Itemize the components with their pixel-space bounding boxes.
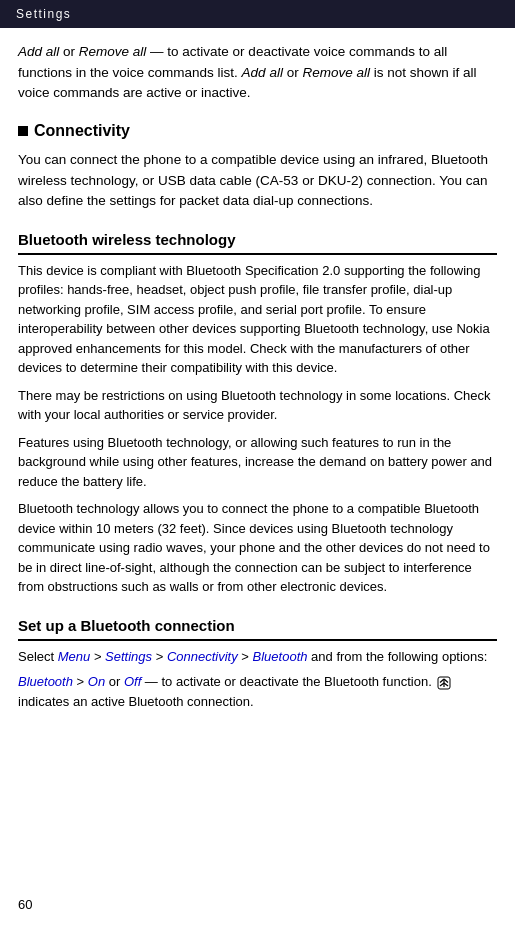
svg-line-2 xyxy=(444,679,448,683)
remove-all-link-1[interactable]: Remove all xyxy=(79,44,147,59)
bluetooth-active-icon xyxy=(437,676,451,690)
page-container: Settings Add all or Remove all — to acti… xyxy=(0,0,515,925)
setup-off-link[interactable]: Off xyxy=(124,674,141,689)
setup-connectivity-link[interactable]: Connectivity xyxy=(167,649,238,664)
setup-gt1: > xyxy=(90,649,105,664)
setup-body2-after: — to activate or deactivate the Bluetoot… xyxy=(141,674,432,689)
intro-or-1: or xyxy=(59,44,79,59)
header-bar: Settings xyxy=(0,0,515,28)
page-number: 60 xyxy=(18,896,32,915)
bluetooth-para-4: Bluetooth technology allows you to conne… xyxy=(18,499,497,597)
bluetooth-para-3: Features using Bluetooth technology, or … xyxy=(18,433,497,492)
setup-bluetooth-link[interactable]: Bluetooth xyxy=(253,649,308,664)
header-title: Settings xyxy=(16,7,71,21)
setup-body2-gt: > xyxy=(73,674,88,689)
connectivity-heading: Connectivity xyxy=(18,119,497,142)
setup-select-text: Select xyxy=(18,649,58,664)
setup-bluetooth-option[interactable]: Bluetooth xyxy=(18,674,73,689)
bluetooth-technology-title: Bluetooth wireless technology xyxy=(18,229,497,255)
setup-settings-link[interactable]: Settings xyxy=(105,649,152,664)
setup-gt2: > xyxy=(152,649,167,664)
connectivity-title: Connectivity xyxy=(34,119,130,142)
bluetooth-para-2: There may be restrictions on using Bluet… xyxy=(18,386,497,425)
bluetooth-para-1: This device is compliant with Bluetooth … xyxy=(18,261,497,378)
content-area: Add all or Remove all — to activate or d… xyxy=(0,28,515,737)
svg-line-5 xyxy=(440,683,444,686)
add-all-link-2[interactable]: Add all xyxy=(242,65,283,80)
setup-menu-link[interactable]: Menu xyxy=(58,649,91,664)
intro-paragraph: Add all or Remove all — to activate or d… xyxy=(18,42,497,103)
setup-body-2: Bluetooth > On or Off — to activate or d… xyxy=(18,672,497,711)
remove-all-link-2[interactable]: Remove all xyxy=(302,65,370,80)
svg-line-3 xyxy=(444,683,448,686)
setup-bluetooth-title: Set up a Bluetooth connection xyxy=(18,615,497,641)
setup-body2-or: or xyxy=(105,674,124,689)
section-square-icon xyxy=(18,126,28,136)
add-all-link-1[interactable]: Add all xyxy=(18,44,59,59)
setup-body-1: Select Menu > Settings > Connectivity > … xyxy=(18,647,497,667)
setup-icon-desc: indicates an active Bluetooth connection… xyxy=(18,694,254,709)
svg-line-4 xyxy=(440,679,444,683)
setup-on-link[interactable]: On xyxy=(88,674,105,689)
setup-gt3: > xyxy=(238,649,253,664)
intro-or-2: or xyxy=(283,65,303,80)
connectivity-body: You can connect the phone to a compatibl… xyxy=(18,150,497,211)
setup-after-text: and from the following options: xyxy=(308,649,488,664)
